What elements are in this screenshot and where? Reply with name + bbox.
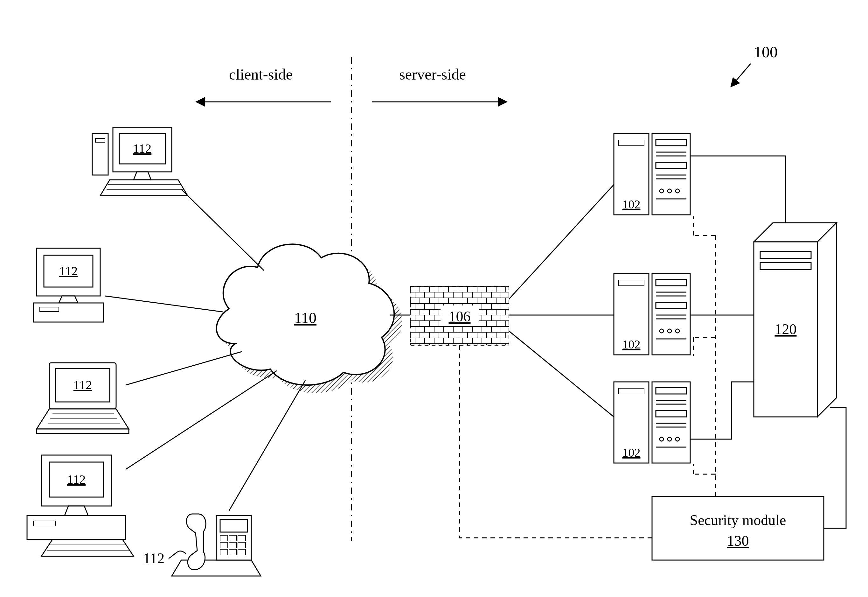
client-desktop-2: 112 <box>33 248 104 322</box>
svg-rect-43 <box>656 140 686 146</box>
svg-rect-82 <box>652 496 824 560</box>
svg-rect-46 <box>656 162 686 169</box>
server-102-2: 102 <box>614 274 690 355</box>
link-client1-cloud <box>181 189 264 270</box>
svg-rect-59 <box>656 302 686 309</box>
svg-rect-69 <box>656 388 686 394</box>
svg-rect-25 <box>27 515 126 539</box>
security-module-title: Security module <box>690 512 786 528</box>
dashed-network <box>459 217 715 538</box>
security-module-130: Security module 130 <box>652 496 824 560</box>
client-desktop-1: 112 <box>92 127 188 196</box>
svg-rect-32 <box>229 535 237 541</box>
link-client3-cloud <box>126 352 242 385</box>
server-120: 120 <box>754 223 837 417</box>
svg-rect-30 <box>220 519 247 532</box>
svg-rect-80 <box>760 251 811 258</box>
link-client4-cloud <box>126 371 277 469</box>
client-laptop: 112 <box>37 363 129 434</box>
link-120-secmod <box>824 407 846 528</box>
server-2-label: 102 <box>622 338 641 351</box>
client-4-label: 112 <box>67 472 86 487</box>
client-side-label: client-side <box>229 66 293 83</box>
svg-rect-16 <box>33 303 104 322</box>
client-3-label: 112 <box>74 378 92 392</box>
svg-rect-72 <box>656 410 686 417</box>
svg-rect-38 <box>229 549 237 555</box>
server-102-3: 102 <box>614 382 690 463</box>
security-module-label: 130 <box>727 533 749 549</box>
link-fw-s1 <box>509 184 614 299</box>
link-s1-120 <box>690 156 786 223</box>
svg-rect-56 <box>656 279 686 286</box>
link-client2-cloud <box>105 296 223 312</box>
client-desktop-4: 112 <box>27 455 133 556</box>
firewall-106: 106 <box>410 287 509 345</box>
diagram-canvas: 100 client-side server-side 110 106 112 <box>0 0 868 597</box>
phone-leader <box>169 551 186 558</box>
server-1-label: 102 <box>622 198 641 211</box>
svg-rect-36 <box>238 542 246 548</box>
server-102-1: 102 <box>614 134 690 215</box>
svg-rect-8 <box>92 134 108 175</box>
firewall-label: 106 <box>449 308 471 325</box>
phone-112-label: 112 <box>143 550 164 566</box>
svg-rect-37 <box>220 549 228 555</box>
svg-rect-35 <box>229 542 237 548</box>
svg-rect-81 <box>760 263 811 270</box>
svg-rect-31 <box>220 535 228 541</box>
link-s3-120 <box>690 382 754 439</box>
svg-rect-39 <box>238 549 246 555</box>
server-120-label: 120 <box>775 321 797 337</box>
client-2-label: 112 <box>59 264 78 278</box>
link-fw-s3 <box>509 331 614 417</box>
client-phone <box>172 514 261 576</box>
svg-rect-34 <box>220 542 228 548</box>
svg-rect-33 <box>238 535 246 541</box>
server-3-label: 102 <box>622 446 641 459</box>
svg-line-3 <box>732 64 751 86</box>
client-1-label: 112 <box>133 141 152 156</box>
link-phone-cloud <box>229 380 305 511</box>
cloud-label: 110 <box>294 309 317 326</box>
server-side-label: server-side <box>399 66 466 83</box>
ref-100-label: 100 <box>754 43 778 61</box>
ref-100: 100 <box>732 43 778 86</box>
cloud-110: 110 <box>216 244 402 393</box>
